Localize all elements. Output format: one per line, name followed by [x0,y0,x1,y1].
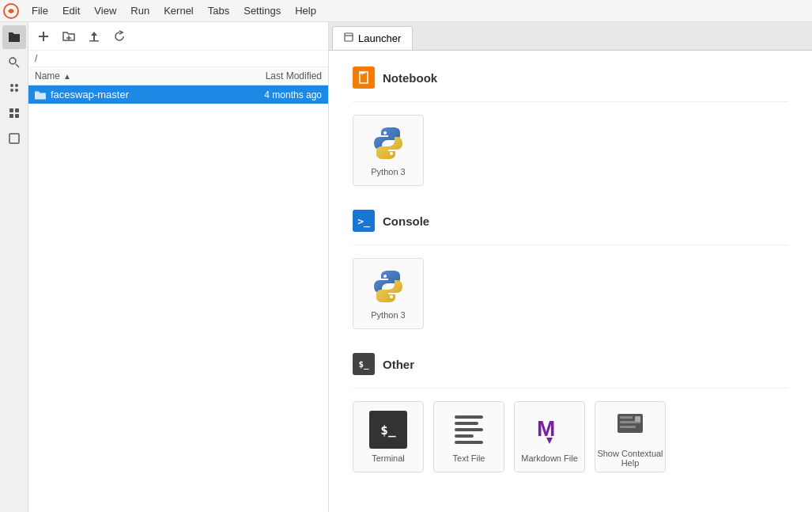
svg-point-23 [390,295,393,298]
notebook-divider [353,101,788,102]
launcher-content: Notebook [329,51,812,512]
python3-console-label: Python 3 [371,310,405,320]
notebook-section-icon [353,66,375,89]
menu-file[interactable]: File [25,3,55,18]
terminal-label: Terminal [372,453,405,463]
console-divider [353,245,788,245]
new-folder-btn[interactable] [59,26,79,47]
file-name: faceswap-master [35,89,219,101]
table-row[interactable]: faceswap-master 4 months ago [28,85,328,104]
svg-rect-16 [89,40,99,42]
python3-console-card[interactable]: Python 3 [353,258,424,329]
terminal-card[interactable]: $_ Terminal [353,401,424,472]
textfile-icon [450,411,488,449]
python3-notebook-label: Python 3 [371,167,405,176]
col-modified-header: Last Modified [219,70,322,82]
svg-rect-9 [9,114,13,118]
tab-bar: Launcher [329,22,812,51]
folder-icon [35,90,46,100]
svg-point-6 [15,89,18,92]
menu-tabs[interactable]: Tabs [202,3,236,18]
contextual-help-card[interactable]: Show ContextualHelp [595,401,666,472]
svg-point-4 [15,84,18,87]
textfile-label: Text File [453,453,485,463]
sort-arrow: ▲ [63,72,71,81]
tab-launcher[interactable]: Launcher [332,26,413,50]
breadcrumb: / [28,51,328,67]
svg-rect-27 [620,416,633,419]
upload-btn[interactable] [84,26,104,47]
svg-point-1 [9,58,16,64]
svg-point-22 [383,275,387,278]
launcher-tab-icon [344,32,353,44]
python-console-logo-icon [369,267,407,305]
file-list-header: Name ▲ Last Modified [28,67,328,85]
menubar: File Edit View Run Kernel Tabs Settings … [0,0,812,22]
svg-rect-17 [345,33,353,41]
svg-point-20 [383,131,387,135]
file-list: faceswap-master 4 months ago [28,85,328,512]
new-file-btn[interactable] [33,26,54,47]
file-modified: 4 months ago [219,89,322,101]
other-section-header: $_ Other [353,353,788,375]
sidebar-files-btn[interactable] [2,25,26,49]
menu-kernel[interactable]: Kernel [157,3,200,18]
app-logo [3,3,19,19]
sidebar-search-btn[interactable] [2,51,26,74]
console-section-icon: >_ [353,210,375,232]
svg-rect-30 [635,416,640,422]
svg-rect-11 [9,134,19,143]
help-icon [611,406,649,444]
menu-settings[interactable]: Settings [237,3,287,18]
file-panel: / Name ▲ Last Modified faceswap-master 4… [28,22,329,512]
console-section-header: >_ Console [353,210,788,232]
sort-name-col[interactable]: Name ▲ [35,70,219,82]
file-toolbar [28,22,328,51]
menu-run[interactable]: Run [124,3,156,18]
sidebar-puzzle-btn[interactable] [2,101,26,125]
sidebar-palette-btn[interactable] [2,76,26,100]
svg-point-3 [10,84,13,87]
markdown-icon: M [531,411,568,449]
svg-rect-7 [9,108,13,112]
notebook-section-header: Notebook [353,66,788,89]
console-cards: Python 3 [353,258,788,329]
icon-sidebar [0,22,28,512]
svg-rect-8 [15,108,19,112]
notebook-cards: Python 3 [353,115,788,186]
svg-rect-29 [620,426,636,428]
menu-edit[interactable]: Edit [56,3,86,18]
other-divider [353,388,788,389]
other-cards: $_ Terminal Text F [353,401,788,472]
contextual-help-label: Show ContextualHelp [597,449,663,468]
main-layout: / Name ▲ Last Modified faceswap-master 4… [0,22,812,512]
svg-point-5 [10,89,13,92]
other-section-label: Other [383,358,414,371]
svg-point-21 [390,152,393,155]
python-logo-icon [369,124,407,162]
menu-view[interactable]: View [88,3,123,18]
console-section-label: Console [383,214,429,228]
notebook-section-label: Notebook [383,71,437,85]
svg-rect-10 [15,114,19,118]
sidebar-square-btn[interactable] [2,127,26,150]
python3-notebook-card[interactable]: Python 3 [353,115,424,186]
svg-marker-25 [546,438,553,444]
refresh-btn[interactable] [109,26,130,47]
content-area: Launcher Notebook [329,22,812,512]
menu-help[interactable]: Help [289,3,323,18]
other-section-icon: $_ [353,353,375,375]
markdown-label: Markdown File [521,453,578,463]
terminal-icon: $_ [369,411,407,449]
svg-text:M: M [537,416,555,441]
tab-launcher-label: Launcher [358,32,401,44]
textfile-card[interactable]: Text File [433,401,504,472]
svg-line-2 [16,64,19,67]
markdown-card[interactable]: M Markdown File [514,401,585,472]
